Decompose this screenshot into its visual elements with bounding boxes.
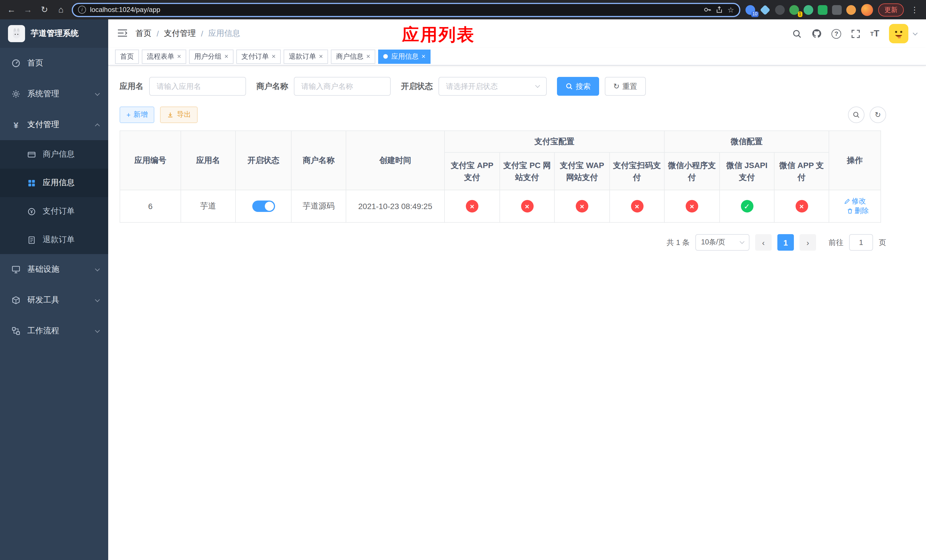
tab-merchant-info[interactable]: 商户信息× [331, 49, 375, 64]
extension-icon-green-square[interactable] [818, 5, 828, 15]
close-icon[interactable]: × [319, 53, 323, 60]
sidebar-item-merchant-info[interactable]: 商户信息 [0, 140, 108, 169]
app-name-input[interactable] [149, 77, 246, 96]
status-toggle[interactable] [252, 201, 275, 212]
avatar-caret-icon[interactable] [913, 30, 918, 35]
main-area: 首页 / 支付管理 / 应用信息 应用列表 ? [108, 20, 926, 560]
filter-form: 应用名 商户名称 开启状态 请选择开启状态 搜索 ↻ 重置 [120, 77, 926, 96]
sidebar-item-label: 支付管理 [27, 120, 59, 130]
show-search-toggle-button[interactable] [848, 106, 864, 123]
tab-home[interactable]: 首页 [115, 49, 139, 64]
sidebar-item-home[interactable]: 首页 [0, 48, 108, 79]
close-icon[interactable]: × [421, 53, 425, 60]
page-size-select[interactable]: 10条/页 [695, 234, 749, 251]
breadcrumb-current: 应用信息 [209, 29, 240, 39]
sidebar-item-app-info[interactable]: 应用信息 [0, 169, 108, 197]
sidebar-item-infrastructure[interactable]: 基础设施 [0, 254, 108, 285]
merchant-name-input[interactable] [294, 77, 391, 96]
status-select[interactable]: 请选择开启状态 [439, 77, 547, 96]
browser-chrome: ← → ↻ ⌂ i localhost:1024/pay/app ☆ 10 1 … [0, 0, 926, 20]
app-logo [8, 25, 25, 42]
cell-wx-app: × [774, 190, 829, 222]
tab-process-form[interactable]: 流程表单× [142, 49, 186, 64]
search-icon[interactable] [792, 29, 802, 38]
url-text[interactable]: localhost:1024/pay/app [90, 6, 700, 14]
extension-icon-dark[interactable] [775, 5, 785, 15]
browser-reload-button[interactable]: ↻ [39, 3, 50, 16]
breadcrumb-home[interactable]: 首页 [136, 29, 151, 39]
goto-page-input[interactable] [849, 234, 873, 251]
sidebar-item-system[interactable]: 系统管理 [0, 79, 108, 109]
col-header-status: 开启状态 [236, 131, 291, 190]
close-icon[interactable]: × [177, 53, 181, 60]
browser-home-button[interactable]: ⌂ [55, 3, 67, 16]
address-bar[interactable]: i localhost:1024/pay/app ☆ [72, 3, 740, 17]
password-key-icon[interactable] [704, 6, 711, 14]
browser-back-button[interactable]: ← [6, 3, 17, 16]
sidebar-item-label: 退款订单 [43, 235, 75, 245]
export-button[interactable]: 导出 [160, 106, 198, 123]
close-icon[interactable]: × [272, 53, 275, 60]
extension-pin-icon[interactable] [832, 5, 842, 15]
browser-menu-icon[interactable]: ⋮ [909, 5, 920, 14]
close-icon[interactable]: × [366, 53, 370, 60]
sidebar-item-dev-tools[interactable]: 研发工具 [0, 285, 108, 316]
tab-user-group[interactable]: 用户分组× [189, 49, 233, 64]
search-icon [853, 111, 860, 118]
browser-profile-avatar[interactable] [861, 4, 873, 16]
next-page-button[interactable]: › [800, 234, 816, 251]
github-icon[interactable] [811, 29, 822, 39]
edit-link[interactable]: 修改 [844, 197, 866, 206]
sidebar-item-payment[interactable]: ¥ 支付管理 [0, 109, 108, 140]
add-button[interactable]: + 新增 [120, 106, 154, 123]
tab-label: 商户信息 [336, 51, 363, 61]
col-header-wx-mini: 微信小程序支付 [664, 152, 720, 190]
tab-app-info[interactable]: 应用信息× [378, 49, 431, 64]
delete-link[interactable]: 删除 [847, 206, 869, 216]
sidebar-item-workflow[interactable]: 工作流程 [0, 316, 108, 347]
font-size-icon[interactable]: TT [870, 29, 879, 39]
gear-icon [11, 89, 21, 98]
extension-icon-vue[interactable] [803, 5, 813, 15]
tab-pay-order[interactable]: 支付订单× [236, 49, 281, 64]
search-button[interactable]: 搜索 [557, 77, 599, 96]
sidebar-collapse-icon[interactable] [117, 28, 127, 39]
col-header-alipay-wap: 支付宝 WAP 网站支付 [554, 152, 610, 190]
extension-icon-blue[interactable]: 10 [746, 5, 755, 15]
prev-page-button[interactable]: ‹ [755, 234, 772, 251]
cell-alipay-wap: × [554, 190, 610, 222]
bookmark-star-icon[interactable]: ☆ [728, 5, 734, 14]
status-cross-icon: × [521, 200, 533, 212]
app-title: 芋道管理系统 [31, 29, 79, 39]
browser-forward-button[interactable]: → [22, 3, 33, 16]
tab-refund-order[interactable]: 退款订单× [284, 49, 328, 64]
site-info-icon[interactable]: i [78, 6, 86, 14]
toolbar-right-icons: ↻ [848, 106, 886, 123]
close-icon[interactable]: × [224, 53, 228, 60]
extension-icon-diamond[interactable] [760, 5, 770, 15]
monitor-icon [11, 265, 21, 274]
extension-icon-face[interactable] [846, 5, 856, 15]
reset-button[interactable]: ↻ 重置 [605, 77, 646, 96]
tab-label: 用户分组 [194, 51, 221, 61]
tab-label: 首页 [120, 51, 134, 61]
fullscreen-icon[interactable] [851, 29, 861, 38]
breadcrumb-separator: / [201, 29, 203, 38]
user-avatar[interactable] [889, 24, 908, 43]
extension-icon-whale[interactable]: 1 [789, 5, 799, 15]
sidebar-item-label: 系统管理 [27, 89, 59, 99]
refresh-table-button[interactable]: ↻ [870, 106, 886, 123]
help-icon[interactable]: ? [831, 29, 841, 38]
breadcrumb-payment[interactable]: 支付管理 [164, 29, 196, 39]
share-icon[interactable] [716, 6, 723, 14]
chevron-down-icon [95, 328, 100, 333]
page-number-button[interactable]: 1 [777, 234, 794, 251]
sidebar-item-refund-order[interactable]: 退款订单 [0, 226, 108, 254]
sidebar-item-pay-order[interactable]: 支付订单 [0, 197, 108, 226]
payment-submenu: 商户信息 应用信息 支付订单 退款订单 [0, 140, 108, 254]
app-logo-row[interactable]: 芋道管理系统 [0, 20, 108, 48]
status-cross-icon: × [466, 200, 478, 212]
browser-update-button[interactable]: 更新 [878, 3, 904, 16]
col-header-alipay-scan: 支付宝扫码支付 [610, 152, 664, 190]
col-header-app-id: 应用编号 [120, 131, 181, 190]
